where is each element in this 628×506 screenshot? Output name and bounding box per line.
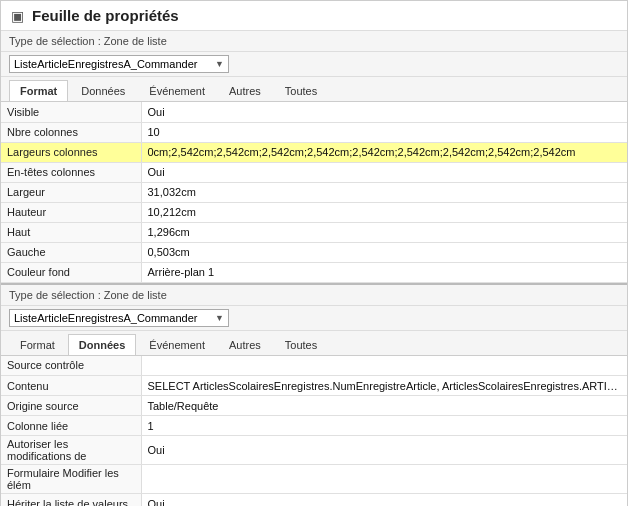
dropdown-arrow-2-icon: ▼ — [215, 313, 224, 323]
table-row: VisibleOui — [1, 102, 627, 122]
tab-format-1[interactable]: Format — [9, 80, 68, 101]
tab-autres-1[interactable]: Autres — [218, 80, 272, 101]
object-dropdown-1[interactable]: ListeArticleEnregistresA_Commander ▼ — [9, 55, 229, 73]
table-row: ContenuSELECT ArticlesScolairesEnregistr… — [1, 376, 627, 396]
table-row: Formulaire Modifier les élém — [1, 465, 627, 494]
table-row: Nbre colonnes10 — [1, 122, 627, 142]
table-row: Hauteur10,212cm — [1, 202, 627, 222]
tab-evenement-2[interactable]: Événement — [138, 334, 216, 355]
dropdown-row-2: ListeArticleEnregistresA_Commander ▼ — [1, 306, 627, 331]
tab-format-2[interactable]: Format — [9, 334, 66, 355]
table-row: Origine sourceTable/Requête — [1, 396, 627, 416]
tabs-section1: Format Données Événement Autres Toutes — [1, 77, 627, 102]
selection-type-1: Type de sélection : Zone de liste — [1, 31, 627, 52]
table-row: Autoriser les modifications deOui — [1, 436, 627, 465]
tabs-section2: Format Données Événement Autres Toutes — [1, 331, 627, 356]
panel-title: Feuille de propriétés — [32, 7, 179, 24]
table-row: Largeur31,032cm — [1, 182, 627, 202]
table-row: Source contrôle — [1, 356, 627, 376]
table-row: En-têtes colonnesOui — [1, 162, 627, 182]
panel-icon: ▣ — [11, 8, 24, 24]
dropdown-row-1: ListeArticleEnregistresA_Commander ▼ — [1, 52, 627, 77]
tab-donnees-2[interactable]: Données — [68, 334, 136, 355]
tab-toutes-2[interactable]: Toutes — [274, 334, 328, 355]
table-row: Hériter la liste de valeursOui — [1, 494, 627, 507]
table-row: Haut1,296cm — [1, 222, 627, 242]
tab-autres-2[interactable]: Autres — [218, 334, 272, 355]
table-row: Gauche0,503cm — [1, 242, 627, 262]
object-dropdown-2[interactable]: ListeArticleEnregistresA_Commander ▼ — [9, 309, 229, 327]
properties-table-2: Source contrôleContenuSELECT ArticlesSco… — [1, 356, 627, 507]
table-row: Colonne liée1 — [1, 416, 627, 436]
selection-type-2: Type de sélection : Zone de liste — [1, 285, 627, 306]
tab-donnees-1[interactable]: Données — [70, 80, 136, 101]
properties-table-1: VisibleOuiNbre colonnes10Largeurs colonn… — [1, 102, 627, 283]
tab-toutes-1[interactable]: Toutes — [274, 80, 328, 101]
table-row: Couleur fondArrière-plan 1 — [1, 262, 627, 282]
panel-header: ▣ Feuille de propriétés — [1, 1, 627, 31]
table-row: Largeurs colonnes0cm;2,542cm;2,542cm;2,5… — [1, 142, 627, 162]
tab-evenement-1[interactable]: Événement — [138, 80, 216, 101]
dropdown-arrow-icon: ▼ — [215, 59, 224, 69]
